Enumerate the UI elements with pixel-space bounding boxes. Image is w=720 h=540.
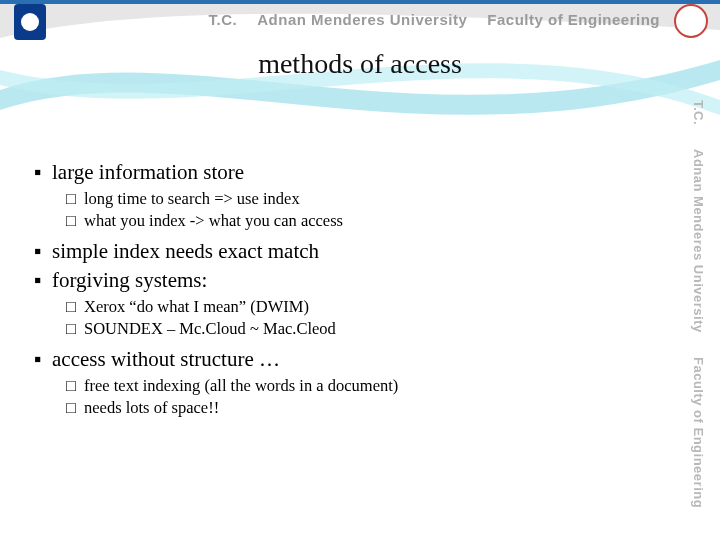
slide: T.C. Adnan Menderes University Faculty o…: [0, 0, 720, 540]
bullet-1: ▪ large information store: [34, 160, 654, 185]
bullet-1-text: large information store: [52, 160, 244, 185]
bullet-1-sub-1-text: long time to search => use index: [84, 189, 300, 209]
header-faculty: Faculty of Engineering: [487, 11, 660, 28]
rightbar-faculty: Faculty of Engineering: [691, 357, 706, 508]
bullet-3-sub-2: □ SOUNDEX – Mc.Cloud ~ Mac.Cleod: [66, 319, 654, 339]
university-logo-right: [674, 4, 708, 38]
bullet-mark-icon: ▪: [34, 160, 52, 185]
bullet-1-sub-2: □ what you index -> what you can access: [66, 211, 654, 231]
bullet-3: ▪ forgiving systems:: [34, 268, 654, 293]
hollow-square-icon: □: [66, 319, 84, 339]
bullet-4: ▪ access without structure …: [34, 347, 654, 372]
rightbar-university: Adnan Menderes University: [691, 149, 706, 333]
slide-title: methods of access: [0, 48, 720, 80]
bullet-mark-icon: ▪: [34, 239, 52, 264]
header-university: Adnan Menderes University: [257, 11, 467, 28]
bullet-1-sub-1: □ long time to search => use index: [66, 189, 654, 209]
hollow-square-icon: □: [66, 376, 84, 396]
bullet-4-text: access without structure …: [52, 347, 280, 372]
hollow-square-icon: □: [66, 398, 84, 418]
bullet-4-sub-1: □ free text indexing (all the words in a…: [66, 376, 654, 396]
bullet-mark-icon: ▪: [34, 268, 52, 293]
bullet-1-sub-2-text: what you index -> what you can access: [84, 211, 343, 231]
bullet-3-sub-1: □ Xerox “do what I mean” (DWIM): [66, 297, 654, 317]
hollow-square-icon: □: [66, 189, 84, 209]
right-watermark: T.C. Adnan Menderes University Faculty o…: [680, 100, 716, 520]
bullet-2-text: simple index needs exact match: [52, 239, 319, 264]
bullet-3-sub-2-text: SOUNDEX – Mc.Cloud ~ Mac.Cleod: [84, 319, 336, 339]
content: ▪ large information store □ long time to…: [34, 160, 654, 426]
header: T.C. Adnan Menderes University Faculty o…: [0, 0, 720, 38]
bullet-4-sub-1-text: free text indexing (all the words in a d…: [84, 376, 398, 396]
bullet-2: ▪ simple index needs exact match: [34, 239, 654, 264]
university-logo-left: [14, 4, 46, 40]
bullet-mark-icon: ▪: [34, 347, 52, 372]
bullet-3-sub-1-text: Xerox “do what I mean” (DWIM): [84, 297, 309, 317]
hollow-square-icon: □: [66, 297, 84, 317]
bullet-3-text: forgiving systems:: [52, 268, 207, 293]
bullet-4-sub-2-text: needs lots of space!!: [84, 398, 219, 418]
rightbar-tc: T.C.: [691, 100, 706, 125]
bullet-4-sub-2: □ needs lots of space!!: [66, 398, 654, 418]
hollow-square-icon: □: [66, 211, 84, 231]
header-tc: T.C.: [209, 11, 238, 28]
